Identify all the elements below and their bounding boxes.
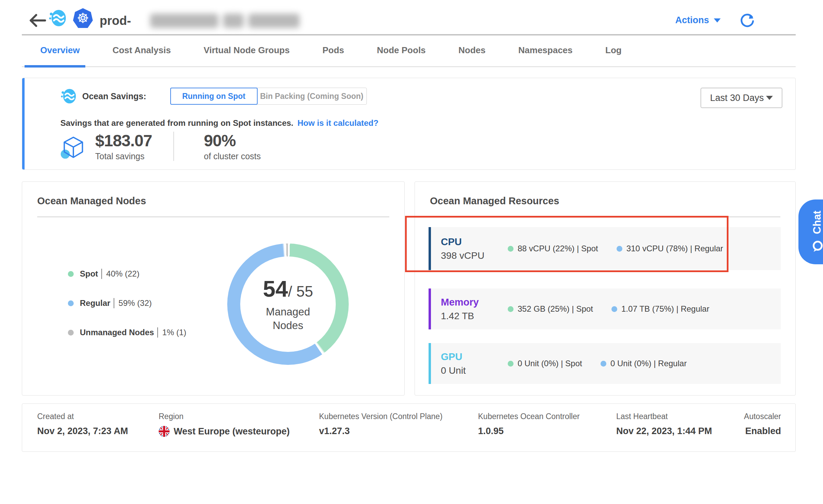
memory-spot-detail: 352 GB (25%) | Spot — [508, 304, 593, 314]
gpu-label: GPU — [441, 351, 502, 362]
gpu-regular-detail: 0 Unit (0%) | Regular — [601, 359, 687, 368]
back-arrow-button[interactable] — [29, 14, 46, 27]
gpu-accent-bar — [429, 343, 431, 384]
managed-nodes-count: 54/ 55 — [263, 276, 313, 302]
memory-label: Memory — [441, 297, 502, 308]
annotation-highlight-box — [405, 216, 728, 272]
savings-description: Savings that are generated from running … — [60, 118, 378, 128]
managed-nodes-donut-chart: 54/ 55 Managed Nodes — [227, 243, 349, 365]
banner-accent-stripe — [22, 78, 25, 169]
regular-dot-icon — [68, 300, 74, 306]
refresh-icon[interactable] — [740, 14, 755, 29]
tab-cost-analysis[interactable]: Cost Analysis — [113, 45, 171, 67]
time-range-select[interactable]: Last 30 Days — [701, 88, 782, 108]
tab-nodes[interactable]: Nodes — [459, 45, 486, 67]
resource-row-gpu: GPU 0 Unit 0 Unit (0%) | Spot 0 Unit (0%… — [429, 343, 781, 384]
ocean-savings-label: Ocean Savings: — [82, 91, 146, 101]
regular-dot-icon — [611, 306, 617, 312]
memory-total-value: 1.42 TB — [441, 311, 502, 322]
spot-dot-icon — [508, 361, 514, 367]
tabbar-border — [22, 66, 796, 67]
uk-flag-icon — [159, 426, 170, 437]
chat-bubble-icon — [810, 239, 823, 253]
memory-accent-bar — [429, 288, 431, 329]
actions-label: Actions — [675, 15, 709, 26]
ocean-managed-resources-card: Ocean Managed Resources CPU 398 vCPU 88 … — [415, 181, 796, 396]
ocean-cluster-overview-page: ☸ prod- Actions Overview Cost Analysis V… — [0, 0, 823, 504]
tab-overview[interactable]: Overview — [40, 45, 80, 67]
spot-dot-icon — [68, 271, 74, 277]
regular-dot-icon — [601, 361, 606, 367]
legend-item-regular: Regular 59% (32) — [68, 296, 186, 310]
info-k8s-version: Kubernetes Version (Control Plane) v1.27… — [319, 412, 443, 436]
tab-log[interactable]: Log — [605, 45, 622, 67]
chevron-down-icon — [766, 96, 773, 100]
tab-node-pools[interactable]: Node Pools — [377, 45, 426, 67]
header-divider — [22, 34, 796, 35]
metric-divider — [173, 132, 174, 161]
kubernetes-logo-icon: ☸ — [73, 8, 93, 28]
tab-namespaces[interactable]: Namespaces — [518, 45, 573, 67]
active-tab-underline — [25, 65, 85, 68]
chat-button[interactable]: Chat — [798, 199, 823, 264]
info-region: Region West Europe (westeurope) — [159, 412, 290, 437]
resource-row-memory: Memory 1.42 TB 352 GB (25%) | Spot 1.07 … — [429, 288, 781, 329]
gpu-spot-detail: 0 Unit (0%) | Spot — [508, 359, 582, 368]
running-on-spot-toggle[interactable]: Running on Spot — [170, 88, 258, 105]
nodes-legend: Spot 40% (22) Regular 59% (32) Unmanaged… — [68, 267, 186, 355]
time-range-value: Last 30 Days — [710, 93, 764, 103]
managed-resources-title: Ocean Managed Resources — [430, 195, 559, 207]
legend-separator — [114, 298, 114, 308]
savings-view-toggle: Running on Spot Bin Packing (Coming Soon… — [170, 88, 367, 105]
legend-item-spot: Spot 40% (22) — [68, 267, 186, 281]
info-created-at: Created at Nov 2, 2023, 7:23 AM — [37, 412, 128, 436]
total-savings-label: Total savings — [95, 151, 152, 161]
spot-dot-icon — [508, 306, 514, 312]
savings-cube-icon — [60, 135, 86, 161]
cluster-info-bar: Created at Nov 2, 2023, 7:23 AM Region W… — [22, 403, 796, 452]
cluster-cost-pct-label: of cluster costs — [204, 151, 261, 161]
info-ocean-controller: Kubernetes Ocean Controller 1.0.95 — [478, 412, 580, 436]
card-divider — [37, 217, 389, 217]
actions-dropdown-button[interactable]: Actions — [675, 15, 721, 26]
cluster-title: prod- — [100, 14, 131, 28]
bin-packing-toggle[interactable]: Bin Packing (Coming Soon) — [257, 88, 367, 105]
tab-virtual-node-groups[interactable]: Virtual Node Groups — [204, 45, 290, 67]
ocean-managed-nodes-card: Ocean Managed Nodes Spot 40% (22) Regula… — [22, 181, 405, 396]
tab-bar: Overview Cost Analysis Virtual Node Grou… — [40, 45, 622, 67]
cluster-name-redacted — [150, 14, 311, 28]
how-calculated-link[interactable]: How is it calculated? — [298, 118, 378, 128]
total-savings-value: $183.07 — [95, 131, 152, 150]
info-autoscaler: Autoscaler Enabled — [744, 412, 781, 436]
unmanaged-dot-icon — [68, 330, 74, 336]
tab-pods[interactable]: Pods — [322, 45, 344, 67]
managed-nodes-title: Ocean Managed Nodes — [37, 195, 146, 207]
info-last-heartbeat: Last Heartbeat Nov 22, 2023, 1:44 PM — [616, 412, 712, 436]
chevron-down-icon — [714, 18, 721, 23]
cluster-cost-pct-value: 90% — [204, 131, 261, 150]
legend-item-unmanaged: Unmanaged Nodes 1% (1) — [68, 326, 186, 339]
gpu-total-value: 0 Unit — [441, 365, 502, 376]
memory-regular-detail: 1.07 TB (75%) | Regular — [611, 304, 709, 314]
legend-separator — [157, 327, 158, 338]
chat-label: Chat — [811, 211, 823, 234]
ocean-savings-banner: Ocean Savings: Running on Spot Bin Packi… — [22, 78, 796, 170]
ocean-logo-icon — [48, 9, 67, 27]
legend-separator — [101, 269, 102, 279]
managed-nodes-caption: Managed Nodes — [266, 305, 310, 333]
ocean-wave-icon — [60, 88, 77, 104]
